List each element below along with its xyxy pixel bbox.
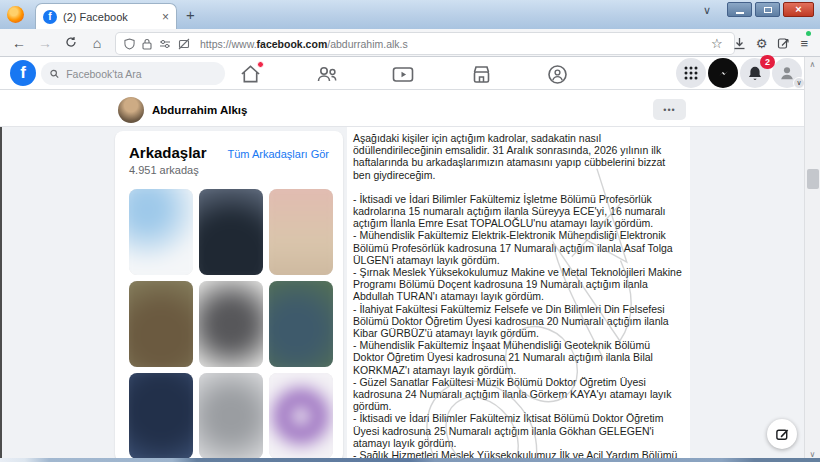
scroll-up-icon[interactable]: ∧ (805, 60, 820, 69)
home-notification-dot (257, 61, 264, 68)
nav-watch-tab[interactable] (381, 63, 425, 85)
groups-icon (547, 64, 568, 85)
post-paragraph: - İktisadi ve İdari Bilimler Fakültemiz … (353, 412, 683, 449)
shield-icon[interactable] (124, 38, 135, 50)
downloads-icon[interactable] (733, 37, 746, 50)
post-paragraph: - İktisadi ve İdari Bilimler Fakültemiz … (353, 193, 683, 230)
post-more-button[interactable]: ••• (653, 99, 686, 120)
url-path: /abdurrahim.alk.s (327, 38, 408, 50)
app-menu-button[interactable]: ≡ (800, 34, 808, 52)
back-button[interactable]: ← (6, 35, 32, 51)
permissions-sliders-icon[interactable] (159, 38, 171, 50)
friend-photo[interactable] (199, 373, 263, 459)
friends-icon (316, 65, 338, 83)
tab-title: (2) Facebook (63, 11, 156, 23)
messenger-button[interactable] (708, 58, 738, 88)
search-icon (50, 69, 59, 79)
compose-post-button[interactable] (767, 419, 797, 449)
post-paragraph: - Şırnak Meslek Yüksekokulumuz Makine ve… (353, 266, 683, 303)
bookmark-star-icon[interactable]: ☆ (711, 37, 723, 50)
compose-pencil-icon (775, 427, 790, 442)
left-edge-strip (0, 127, 2, 458)
home-button[interactable]: ⌂ (84, 35, 110, 51)
nav-home-tab[interactable] (228, 63, 272, 85)
url-text: https://www.facebook.com/abdurrahim.alk.… (200, 38, 408, 50)
minimize-icon (736, 12, 744, 14)
search-input[interactable] (64, 67, 216, 81)
facebook-favicon-icon: f (43, 10, 57, 24)
friends-card: Arkadaşlar Tüm Arkadaşları Gör 4.951 ark… (115, 131, 343, 462)
friend-photo[interactable] (129, 373, 193, 459)
page-scrollbar[interactable]: ∧ ∨ (804, 57, 820, 462)
friend-photo[interactable] (129, 281, 193, 367)
friends-count: 4.951 arkadaş (129, 164, 329, 176)
reload-icon (65, 36, 77, 48)
nav-groups-tab[interactable] (535, 63, 579, 85)
bell-icon (747, 65, 763, 82)
watch-icon (392, 65, 414, 84)
url-domain: facebook.com (257, 38, 328, 50)
extensions-icon[interactable] (777, 37, 790, 50)
settings-gear-icon[interactable]: ⚙ (756, 37, 768, 50)
post-paragraph: Aşağıdaki kişiler için açtığım kadrolar,… (353, 132, 683, 181)
minimize-button[interactable] (727, 2, 752, 17)
post-author-avatar[interactable] (118, 97, 144, 123)
menu-notification-dot (806, 31, 811, 36)
url-prefix: https://www. (200, 38, 257, 50)
post-paragraph: - Mühendislik Fakültemiz Elektrik-Elektr… (353, 229, 683, 266)
browser-tab-facebook[interactable]: f (2) Facebook × (35, 3, 177, 29)
window-controls: × (727, 2, 814, 17)
friend-photo[interactable] (269, 373, 333, 459)
urlbar-icons (124, 38, 190, 50)
screenshot-root: f (2) Facebook × + ∨ × ← → ⌂ https://www… (0, 0, 820, 462)
friends-photo-grid (129, 189, 329, 459)
reload-button[interactable] (58, 35, 84, 51)
see-all-friends-link[interactable]: Tüm Arkadaşları Gör (228, 148, 329, 160)
friend-photo[interactable] (269, 189, 333, 275)
toolbar-right-icons: ☆ ⚙ ≡ (711, 29, 808, 57)
post-author-name[interactable]: Abdurrahim Alkış (152, 104, 247, 116)
apps-grid-icon (684, 66, 698, 80)
scrollbar-thumb[interactable] (807, 169, 819, 189)
hamburger-menu-icon: ≡ (800, 36, 808, 51)
firefox-app-icon (7, 6, 24, 23)
maximize-button[interactable] (755, 2, 780, 17)
maximize-icon (764, 7, 772, 13)
taskbar-edge-strip (0, 458, 820, 462)
facebook-search[interactable] (41, 62, 225, 85)
post-paragraph: - Mühendislik Fakültemiz İnşaat Mühendis… (353, 339, 683, 376)
forward-button[interactable]: → (32, 35, 58, 51)
tab-close-icon[interactable]: × (162, 10, 169, 24)
marketplace-icon (471, 65, 492, 84)
new-tab-button[interactable]: + (186, 6, 195, 23)
close-icon: × (795, 4, 801, 15)
post-paragraph: - Güzel Sanatlar Fakültesi Müzik Bölümü … (353, 376, 683, 413)
facebook-logo[interactable]: f (10, 60, 36, 86)
address-bar[interactable]: https://www.facebook.com/abdurrahim.alk.… (116, 33, 734, 54)
messenger-icon (716, 66, 731, 81)
notification-badge: 2 (760, 55, 775, 69)
list-all-tabs-icon[interactable]: ∨ (703, 4, 711, 17)
apps-menu-button[interactable] (676, 58, 706, 88)
friend-photo[interactable] (269, 281, 333, 367)
nav-friends-tab[interactable] (305, 63, 349, 85)
blocked-media-icon[interactable] (178, 38, 190, 50)
post-text-card: Aşağıdaki kişiler için açtığım kadrolar,… (347, 127, 690, 462)
friend-photo[interactable] (199, 281, 263, 367)
friends-card-title: Arkadaşlar (129, 144, 207, 161)
nav-marketplace-tab[interactable] (459, 63, 503, 85)
close-window-button[interactable]: × (783, 2, 814, 17)
friend-photo[interactable] (199, 189, 263, 275)
friend-photo[interactable] (129, 189, 193, 275)
window-titlebar: f (2) Facebook × + ∨ × (0, 0, 820, 29)
post-paragraph: - İlahiyat Fakültesi Fakültemiz Felsefe … (353, 303, 683, 340)
lock-icon[interactable] (142, 38, 152, 50)
